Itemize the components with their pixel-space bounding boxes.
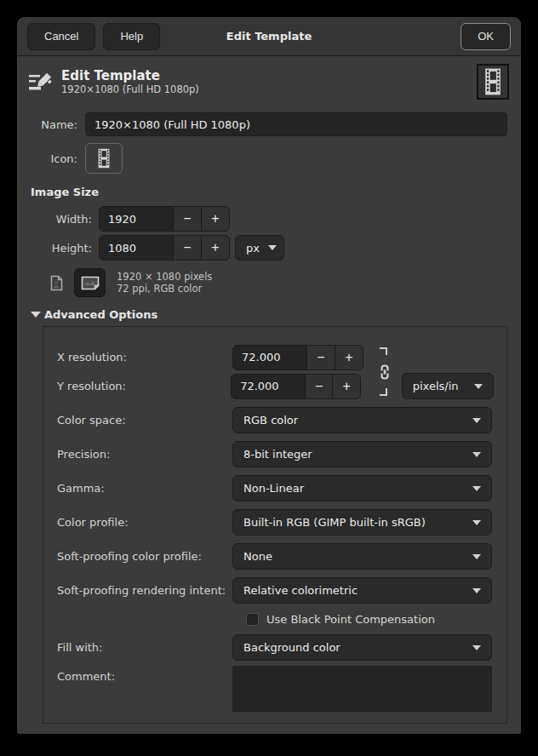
precision-dropdown[interactable]: 8-bit integer <box>232 441 492 467</box>
name-label: Name: <box>31 118 85 131</box>
header-subtitle: 1920×1080 (Full HD 1080p) <box>61 83 477 96</box>
landscape-toggle[interactable] <box>74 268 106 297</box>
help-button[interactable]: Help <box>103 23 160 50</box>
name-row: Name: <box>17 112 521 136</box>
height-input[interactable] <box>100 236 173 260</box>
y-resolution-row: Y resolution: − + pixels/in <box>57 373 494 399</box>
width-decrement-button[interactable]: − <box>173 207 201 231</box>
width-input[interactable] <box>100 207 173 231</box>
advanced-options-expander[interactable]: Advanced Options <box>17 308 521 321</box>
chevron-down-icon <box>268 245 277 250</box>
width-increment-button[interactable]: + <box>201 207 229 231</box>
x-resolution-increment-button[interactable]: + <box>335 346 363 369</box>
width-label: Width: <box>31 213 99 226</box>
chevron-down-icon <box>472 452 481 457</box>
chain-bottom-segment <box>380 388 387 396</box>
header-texts: Edit Template 1920×1080 (Full HD 1080p) <box>61 68 477 96</box>
y-resolution-spinner: − + <box>231 374 361 399</box>
chevron-down-icon <box>472 520 481 525</box>
precision-label: Precision: <box>57 448 232 461</box>
portrait-icon <box>50 275 63 291</box>
comment-input[interactable] <box>232 666 492 712</box>
y-resolution-decrement-button[interactable]: − <box>305 375 332 398</box>
y-resolution-label: Y resolution: <box>57 380 231 392</box>
fill-with-label: Fill with: <box>57 641 232 654</box>
name-input[interactable] <box>85 112 507 136</box>
chain-link-icon <box>380 364 390 380</box>
size-unit-dropdown[interactable]: px <box>235 235 284 261</box>
color-space-value: RGB color <box>243 414 298 427</box>
template-preview <box>477 64 509 100</box>
x-resolution-label: X resolution: <box>57 351 232 364</box>
color-profile-dropdown[interactable]: Built-in RGB (GIMP built-in sRGB) <box>232 509 492 536</box>
size-summary: 1920 × 1080 pixels 72 ppi, RGB color <box>117 271 212 295</box>
soft-proofing-profile-value: None <box>243 550 272 563</box>
x-resolution-input[interactable] <box>233 346 306 369</box>
size-unit-value: px <box>246 242 260 255</box>
chevron-down-icon <box>472 418 481 423</box>
soft-proofing-intent-dropdown[interactable]: Relative colorimetric <box>232 577 492 604</box>
size-summary-line1: 1920 × 1080 pixels <box>117 271 212 284</box>
color-space-dropdown[interactable]: RGB color <box>232 407 492 433</box>
height-spinner: − + <box>99 235 230 261</box>
height-decrement-button[interactable]: − <box>173 236 201 260</box>
chevron-down-icon <box>472 588 481 593</box>
fill-with-value: Background color <box>243 641 341 654</box>
dialog-headerbar: Edit Template Cancel Help OK <box>17 17 521 56</box>
soft-proofing-intent-row: Soft-proofing rendering intent: Relative… <box>57 577 494 604</box>
x-resolution-spinner: − + <box>232 345 363 370</box>
landscape-icon <box>81 276 100 290</box>
soft-proofing-intent-label: Soft-proofing rendering intent: <box>57 584 232 597</box>
soft-proofing-profile-dropdown[interactable]: None <box>232 543 492 570</box>
height-increment-button[interactable]: + <box>201 236 229 260</box>
filmstrip-icon <box>97 148 111 169</box>
chevron-down-icon <box>472 645 481 650</box>
icon-picker-button[interactable] <box>85 143 123 174</box>
chevron-down-icon <box>472 554 481 559</box>
edit-template-dialog: Edit Template Cancel Help OK Edit Templa… <box>17 17 521 734</box>
fill-with-dropdown[interactable]: Background color <box>232 634 492 661</box>
comment-row: Comment: <box>57 666 494 712</box>
image-size-heading: Image Size <box>17 186 521 198</box>
width-spinner: − + <box>99 206 230 232</box>
x-resolution-decrement-button[interactable]: − <box>306 346 335 369</box>
black-point-label: Use Black Point Compensation <box>266 613 435 626</box>
resolution-block: X resolution: − + Y resolution: − + pixe… <box>57 344 494 399</box>
color-profile-label: Color profile: <box>57 516 232 529</box>
gamma-dropdown[interactable]: Non-Linear <box>232 475 492 501</box>
soft-proofing-profile-label: Soft-proofing color profile: <box>57 550 232 563</box>
gamma-label: Gamma: <box>57 482 232 495</box>
y-resolution-increment-button[interactable]: + <box>332 375 359 398</box>
x-resolution-row: X resolution: − + <box>57 344 494 370</box>
header-title: Edit Template <box>61 68 477 83</box>
cancel-button[interactable]: Cancel <box>27 23 95 50</box>
color-space-row: Color space: RGB color <box>57 407 494 433</box>
gamma-row: Gamma: Non-Linear <box>57 475 494 501</box>
precision-row: Precision: 8-bit integer <box>57 441 494 467</box>
dialog-header-row: Edit Template 1920×1080 (Full HD 1080p) <box>17 56 521 106</box>
filmstrip-icon <box>484 68 502 95</box>
height-label: Height: <box>31 242 99 255</box>
resolution-unit-dropdown[interactable]: pixels/in <box>402 373 494 399</box>
advanced-options-frame: X resolution: − + Y resolution: − + pixe… <box>43 326 507 724</box>
chain-broken-icon[interactable] <box>374 347 387 396</box>
resolution-unit-value: pixels/in <box>413 380 459 392</box>
black-point-checkbox[interactable] <box>246 613 259 626</box>
comment-label: Comment: <box>57 666 232 683</box>
ok-button[interactable]: OK <box>461 23 511 50</box>
color-profile-row: Color profile: Built-in RGB (GIMP built-… <box>57 509 494 536</box>
color-space-label: Color space: <box>57 414 232 427</box>
width-row: Width: − + <box>17 206 521 232</box>
edit-template-icon <box>27 68 54 95</box>
icon-row: Icon: <box>17 143 521 174</box>
chevron-down-icon <box>474 384 483 389</box>
soft-proofing-intent-value: Relative colorimetric <box>243 584 358 597</box>
soft-proofing-profile-row: Soft-proofing color profile: None <box>57 543 494 570</box>
height-row: Height: − + px <box>17 235 521 261</box>
y-resolution-input[interactable] <box>232 375 305 398</box>
icon-label: Icon: <box>31 152 85 165</box>
fill-with-row: Fill with: Background color <box>57 634 494 661</box>
chain-top-segment <box>380 347 387 355</box>
gamma-value: Non-Linear <box>243 482 304 495</box>
portrait-toggle[interactable] <box>43 268 69 297</box>
